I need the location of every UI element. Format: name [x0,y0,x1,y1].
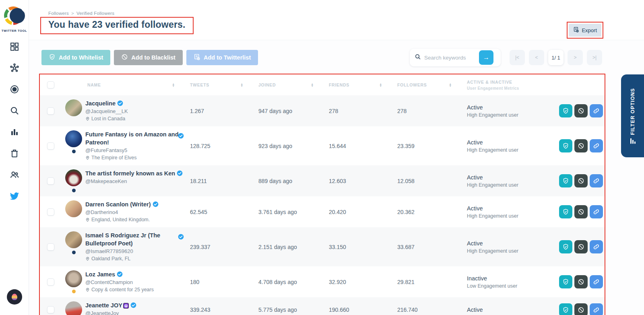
sidebar-item-analytics[interactable] [8,127,21,139]
blacklist-row-button[interactable] [574,174,588,187]
verified-badge [178,234,184,240]
row-actions [559,240,607,253]
search-submit-button[interactable]: → [479,50,493,65]
filter-options-tab[interactable]: FILTER OPTIONS [621,74,644,157]
sidebar-item-dashboard[interactable] [8,41,21,54]
user-handle: @FutureFantasy5 [85,146,185,154]
friends-value: 190.660 [324,307,392,313]
user-cell[interactable]: Jacqueline @Jacqueline__LK Lost in Canad… [62,99,185,122]
column-header-followers[interactable]: FOLLOWERS [397,82,427,87]
sidebar-item-search[interactable] [8,105,21,117]
table-row: Ismael S Rodriguez Jr (The Bulletproof P… [40,227,605,266]
user-name: Darren Scanlon (Writer) [85,200,159,208]
sort-icon[interactable]: ▲▼ [172,83,175,87]
whitelist-row-button[interactable] [559,174,572,187]
sort-icon[interactable]: ▲▼ [449,83,452,87]
status-label: Active [467,139,559,146]
app-logo[interactable]: TWITTER TOOL [2,6,27,33]
blacklist-row-button[interactable] [574,303,588,315]
sort-icon[interactable]: ▲▼ [240,83,244,87]
engagement-label: High Engagement user [467,248,559,254]
whitelist-row-button[interactable] [559,205,572,218]
whitelist-row-button[interactable] [559,139,572,152]
tweets-value: 128.725 [185,143,253,149]
blacklist-row-button[interactable] [574,240,588,253]
status-label: Active [467,205,559,212]
user-cell[interactable]: Ismael S Rodriguez Jr (The Bulletproof P… [62,231,185,262]
toolbar: Add to Whitelist Add to Blacklist Add to… [29,40,644,66]
blacklist-row-button[interactable] [574,104,588,117]
whitelist-row-button[interactable] [559,104,572,117]
add-to-blacklist-button[interactable]: Add to Blacklist [114,50,183,65]
location: Lost in Canada [85,115,128,122]
link-row-button[interactable] [590,174,603,187]
table-row: The artist formely known as Ken @Makepea… [40,165,605,196]
sidebar-item-network[interactable] [8,63,21,75]
sidebar-item-delete[interactable] [8,148,21,160]
sidebar-item-twitter[interactable] [8,191,21,203]
link-row-button[interactable] [590,275,603,288]
target-icon [10,84,19,96]
followers-value: 12.058 [392,178,462,184]
whitelist-row-button[interactable] [559,275,572,288]
export-button[interactable]: Export [569,24,601,37]
row-checkbox[interactable] [47,177,54,185]
whitelist-row-button[interactable] [559,240,572,253]
row-checkbox[interactable] [47,243,54,251]
user-name: Loz James [85,270,154,278]
user-cell[interactable]: The artist formely known as Ken @Makepea… [62,169,185,192]
column-header-friends[interactable]: FRIENDS [329,82,349,87]
add-to-whitelist-button[interactable]: Add to Whitelist [41,50,110,65]
search-input[interactable] [424,55,477,61]
row-checkbox[interactable] [47,306,54,313]
ban-icon [578,107,584,114]
verified-badge [117,100,123,106]
user-cell[interactable]: Future Fantasy is on Amazon and Patreon!… [62,130,185,161]
breadcrumb-followers[interactable]: Followers [48,11,69,16]
pin-icon [85,257,90,261]
pagination-prev-button[interactable]: < [529,50,544,65]
account-avatar[interactable] [7,289,22,305]
blacklist-row-button[interactable] [574,275,588,288]
user-name: Future Fantasy is on Amazon and Patreon! [85,130,185,146]
column-header-tweets[interactable]: TWEETS [190,82,209,87]
add-to-twitterlist-button[interactable]: Add to Twitterlist [186,50,258,65]
sort-icon[interactable]: ▲▼ [311,83,314,87]
user-cell[interactable]: Loz James @ContentChampion Copy & conten… [62,270,185,293]
trash-icon [10,148,19,160]
whitelist-row-button[interactable] [559,303,572,315]
followers-value: 20.362 [392,209,462,215]
user-cell[interactable]: Darren Scanlon (Writer) @Dartherino4 Eng… [62,200,185,223]
link-row-button[interactable] [590,240,603,253]
pagination-next-button[interactable]: > [568,50,583,65]
tweets-value: 180 [185,279,253,285]
blacklist-row-button[interactable] [574,139,588,152]
row-checkbox[interactable] [47,208,54,216]
link-row-button[interactable] [590,104,603,117]
link-row-button[interactable] [590,205,603,218]
row-checkbox[interactable] [47,107,54,115]
engagement-cell: Active High Engagement user [462,205,559,219]
list-add-icon [194,54,200,62]
pagination-first-button[interactable]: |< [510,50,525,65]
friends-value: 12.603 [324,178,392,184]
row-checkbox[interactable] [47,278,54,286]
select-all-checkbox[interactable] [47,81,54,89]
sidebar-item-target[interactable] [8,84,21,96]
sort-icon[interactable]: ▲▼ [379,83,382,87]
joined-value: 3.761 days ago [253,209,324,215]
table-row: Jacqueline @Jacqueline__LK Lost in Canad… [40,95,605,126]
engagement-cell: Active High Engagement user [462,174,559,188]
link-row-button[interactable] [590,139,603,152]
blacklist-row-button[interactable] [574,205,588,218]
tweets-value: 239.337 [185,244,253,250]
breadcrumb-verified-followers[interactable]: Verified Followers [76,11,114,16]
column-header-name[interactable]: NAME [87,82,101,87]
column-header-joined[interactable]: JOINED [258,82,276,87]
column-header-engagement: ACTIVE & INACTIVE User Engagement Metric… [462,80,559,91]
sidebar-item-audience[interactable] [8,169,21,181]
pagination-last-button[interactable]: >| [587,50,602,65]
link-row-button[interactable] [590,303,603,315]
user-cell[interactable]: Jeanette JOY☮ @JeanetteJoy [62,301,185,315]
row-checkbox[interactable] [47,142,54,150]
